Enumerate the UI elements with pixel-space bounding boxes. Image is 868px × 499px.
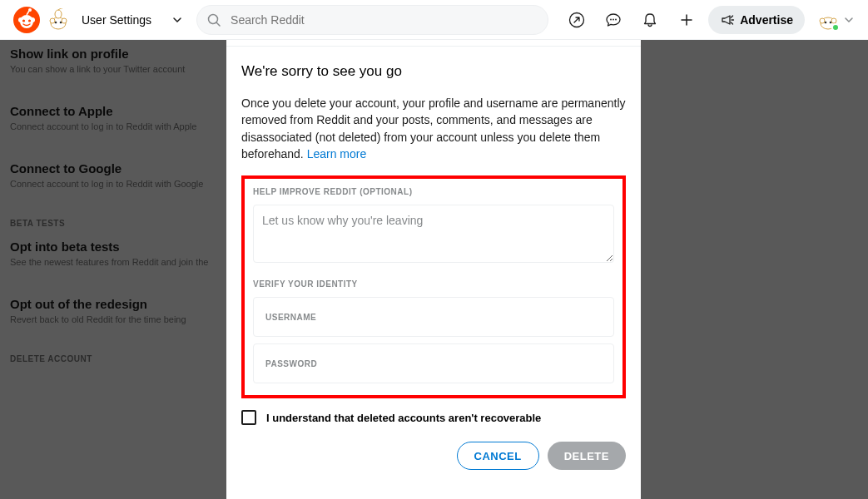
- popular-button[interactable]: [562, 5, 592, 35]
- feedback-textarea[interactable]: [253, 205, 614, 263]
- modal-description: Once you delete your account, your profi…: [241, 95, 626, 162]
- svg-point-16: [610, 18, 612, 20]
- username-input[interactable]: [253, 297, 614, 337]
- svg-point-20: [820, 18, 825, 23]
- svg-point-23: [830, 21, 832, 23]
- advertise-label: Advertise: [740, 13, 793, 27]
- chat-icon: [605, 12, 622, 28]
- delete-account-modal: We're sorry to see you go Once you delet…: [226, 0, 641, 499]
- megaphone-icon: [720, 12, 735, 27]
- arrow-up-right-icon: [568, 12, 585, 28]
- delete-button[interactable]: DELETE: [548, 442, 626, 470]
- svg-point-2: [18, 17, 23, 22]
- reddit-logo-icon: [13, 7, 40, 33]
- confirm-checkbox[interactable]: [241, 410, 256, 425]
- header-right: Advertise: [562, 5, 855, 35]
- user-avatar: [816, 8, 840, 32]
- svg-point-5: [28, 19, 31, 22]
- modal-actions: CANCEL DELETE: [226, 425, 641, 487]
- modal-title: We're sorry to see you go: [241, 63, 626, 80]
- chevron-down-icon: [843, 14, 855, 26]
- bell-icon: [642, 12, 658, 28]
- plus-icon: [678, 12, 695, 28]
- nav-dropdown[interactable]: [171, 14, 183, 26]
- improve-label: HELP IMPROVE REDDIT (OPTIONAL): [253, 187, 614, 196]
- snoo-avatar-icon: [47, 8, 70, 32]
- chevron-down-icon: [171, 14, 183, 26]
- svg-point-9: [62, 18, 67, 23]
- svg-point-6: [28, 8, 32, 12]
- search-wrap: [196, 5, 548, 35]
- svg-point-21: [831, 18, 836, 23]
- svg-point-10: [55, 21, 57, 23]
- chat-button[interactable]: [598, 5, 628, 35]
- create-post-button[interactable]: [672, 5, 702, 35]
- top-header: User Settings Advertise: [0, 0, 868, 40]
- user-menu[interactable]: [816, 8, 855, 32]
- search-input[interactable]: [196, 5, 548, 35]
- verify-label: VERIFY YOUR IDENTITY: [253, 279, 614, 289]
- online-indicator: [831, 23, 840, 32]
- form-highlight: HELP IMPROVE REDDIT (OPTIONAL) VERIFY YO…: [241, 175, 626, 398]
- notifications-button[interactable]: [635, 5, 665, 35]
- search-icon: [206, 12, 221, 27]
- advertise-button[interactable]: Advertise: [708, 6, 805, 34]
- svg-point-3: [30, 17, 35, 22]
- logo-area[interactable]: User Settings: [13, 7, 151, 33]
- svg-point-4: [22, 19, 25, 22]
- modal-desc-text: Once you delete your account, your profi…: [241, 96, 626, 161]
- learn-more-link[interactable]: Learn more: [307, 147, 367, 161]
- password-input[interactable]: [253, 343, 614, 383]
- svg-point-11: [60, 21, 62, 23]
- page-title: User Settings: [82, 13, 151, 27]
- svg-point-17: [613, 18, 614, 20]
- svg-point-18: [615, 18, 617, 20]
- svg-point-8: [50, 18, 55, 23]
- cancel-button[interactable]: CANCEL: [457, 442, 539, 470]
- svg-point-12: [55, 10, 62, 18]
- confirm-row: I understand that deleted accounts aren'…: [226, 398, 641, 425]
- confirm-label: I understand that deleted accounts aren'…: [266, 412, 541, 424]
- svg-point-22: [825, 21, 827, 23]
